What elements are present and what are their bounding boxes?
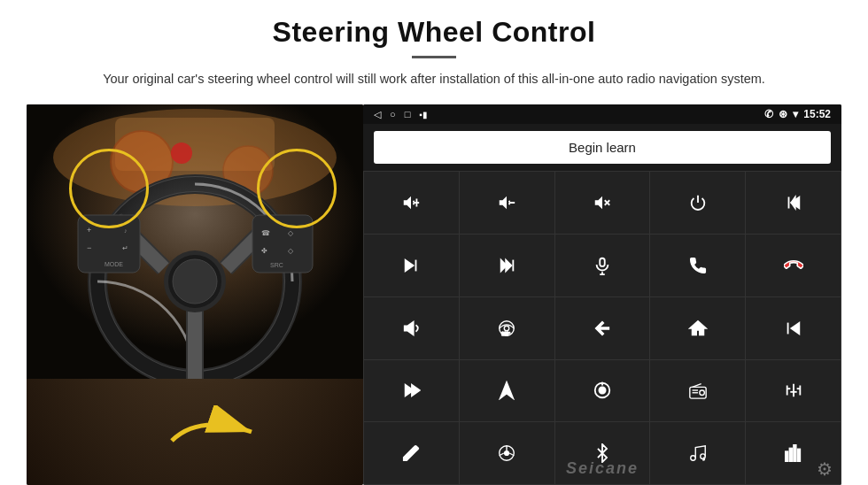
status-bar: ◁ ○ □ ▪▮ ✆ ⊛ ▾ 15:52	[363, 104, 841, 124]
cam360-button[interactable]: 360°	[460, 297, 554, 359]
seek-fwd-button[interactable]	[460, 235, 554, 296]
horn-button[interactable]	[364, 297, 459, 359]
phone-call-icon	[688, 256, 708, 275]
svg-marker-31	[404, 196, 411, 210]
hang-up-icon	[784, 256, 803, 275]
svg-marker-58	[500, 382, 514, 398]
svg-text:◇: ◇	[288, 247, 294, 255]
horn-icon	[401, 319, 421, 338]
android-panel: ◁ ○ □ ▪▮ ✆ ⊛ ▾ 15:52 Begin learn	[363, 104, 841, 485]
phone-call-button[interactable]	[650, 235, 745, 296]
svg-point-63	[700, 390, 705, 396]
cam360-icon: 360°	[497, 319, 516, 338]
svg-text:☎: ☎	[261, 229, 270, 237]
svg-marker-57	[412, 385, 420, 396]
svg-text:♪: ♪	[124, 227, 128, 234]
svg-text:◇: ◇	[288, 229, 294, 237]
mic-icon	[593, 256, 612, 275]
vol-up-icon	[401, 193, 421, 212]
bluetooth-icon	[593, 443, 612, 463]
vol-down-button[interactable]	[460, 172, 554, 234]
highlight-circle-right	[257, 149, 337, 228]
title-divider	[412, 56, 456, 58]
svg-point-78	[691, 456, 696, 461]
svg-text:+: +	[87, 226, 91, 235]
fast-fwd-icon	[401, 381, 421, 400]
svg-marker-45	[506, 260, 511, 272]
back-button[interactable]	[555, 297, 650, 359]
vol-up-button[interactable]	[364, 172, 459, 234]
pen-icon	[401, 443, 421, 463]
begin-learn-button[interactable]: Begin learn	[374, 131, 831, 164]
seek-fwd-icon	[497, 256, 516, 275]
photo-panel: + ♪ − ↵ MODE ☎ ◇ ✤ ◇ SRC	[27, 104, 363, 485]
settings-gear-icon[interactable]: ⚙	[817, 458, 833, 480]
page-title: Steering Wheel Control	[273, 16, 596, 49]
mic-button[interactable]	[555, 235, 650, 296]
photo-bg: + ♪ − ↵ MODE ☎ ◇ ✤ ◇ SRC	[27, 104, 363, 485]
svg-text:MODE: MODE	[105, 261, 123, 267]
controls-grid: 360°	[363, 171, 841, 485]
navigate-button[interactable]	[460, 360, 554, 422]
radio-button[interactable]	[650, 360, 745, 422]
prev-track2-icon	[784, 319, 803, 338]
subtitle: Your original car's steering wheel contr…	[103, 69, 765, 89]
prev-track2-button[interactable]	[746, 297, 841, 359]
svg-text:♪: ♪	[702, 457, 704, 461]
svg-rect-81	[785, 451, 787, 461]
highlight-circle-left	[69, 149, 149, 228]
svg-rect-82	[789, 449, 792, 462]
vol-mute-button[interactable]	[555, 172, 650, 234]
status-indicators: ✆ ⊛ ▾ 15:52	[764, 108, 831, 120]
svg-point-74	[505, 451, 509, 456]
source-icon	[593, 381, 612, 400]
svg-marker-50	[405, 321, 414, 335]
nav-back-icon[interactable]: ◁	[374, 109, 381, 120]
svg-point-17	[173, 259, 217, 304]
prev-track-button[interactable]	[746, 172, 841, 234]
vol-mute-icon	[593, 193, 612, 212]
svg-text:−: −	[87, 243, 91, 252]
svg-marker-36	[595, 196, 602, 210]
signal-bars-icon: ▪▮	[419, 110, 428, 119]
radio-icon	[688, 381, 708, 400]
location-icon: ⊛	[779, 108, 787, 120]
music-icon: ♪	[688, 443, 708, 463]
hang-up-button[interactable]	[746, 235, 841, 296]
spectrum-icon	[784, 443, 803, 463]
svg-marker-34	[500, 196, 507, 210]
svg-text:↵: ↵	[122, 244, 128, 252]
svg-text:✤: ✤	[261, 247, 267, 255]
home-button[interactable]	[650, 297, 745, 359]
svg-rect-47	[600, 258, 605, 266]
wifi-icon: ▾	[793, 108, 798, 120]
svg-text:360°: 360°	[502, 332, 511, 336]
vol-down-icon	[497, 193, 516, 212]
steering-btn[interactable]	[460, 422, 554, 484]
svg-marker-42	[406, 260, 414, 272]
prev-track-icon	[784, 193, 803, 212]
next-track-button[interactable]	[364, 235, 459, 296]
next-track-icon	[401, 256, 421, 275]
eq-icon	[784, 381, 803, 400]
pen-button[interactable]	[364, 422, 459, 484]
svg-marker-41	[791, 197, 795, 209]
nav-home-icon[interactable]: ○	[390, 109, 396, 119]
bluetooth-button[interactable]	[555, 422, 650, 484]
svg-rect-84	[797, 450, 800, 462]
steering-control-icon	[497, 443, 516, 463]
power-button[interactable]	[650, 172, 745, 234]
clock: 15:52	[803, 108, 831, 120]
music-button[interactable]: ♪	[650, 422, 745, 484]
nav-recents-icon[interactable]: □	[405, 109, 411, 119]
source-button[interactable]	[555, 360, 650, 422]
svg-point-52	[504, 326, 509, 331]
back-icon	[593, 319, 612, 338]
android-screen: ◁ ○ □ ▪▮ ✆ ⊛ ▾ 15:52 Begin learn	[363, 104, 841, 485]
navigate-icon	[497, 381, 516, 400]
fast-fwd-button[interactable]	[364, 360, 459, 422]
svg-rect-83	[794, 445, 796, 461]
arrow-icon	[163, 405, 269, 458]
svg-marker-54	[791, 322, 799, 334]
eq-button[interactable]	[746, 360, 841, 422]
